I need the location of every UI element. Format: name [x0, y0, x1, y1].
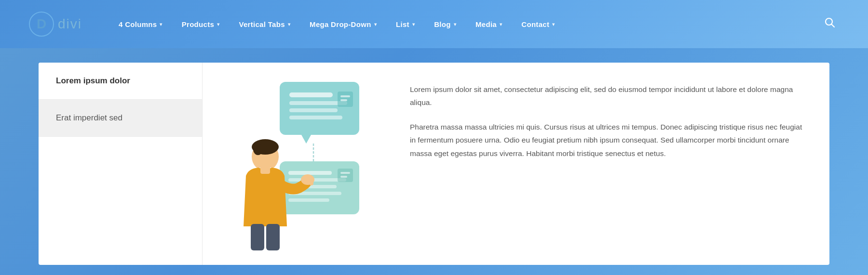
- svg-rect-9: [340, 99, 347, 101]
- main-nav: 4 Columns ▾ Products ▾ Vertical Tabs ▾ M…: [111, 16, 821, 32]
- nav-item-blog[interactable]: Blog ▾: [426, 16, 464, 32]
- nav-item-media[interactable]: Media ▾: [468, 16, 510, 32]
- search-button[interactable]: [821, 13, 839, 35]
- svg-rect-26: [310, 176, 313, 185]
- right-paragraph-2: Pharetra massa massa ultricies mi quis. …: [410, 120, 805, 159]
- nav-item-mega-dropdown[interactable]: Mega Drop-Down ▾: [302, 16, 384, 32]
- left-panel: Lorem ipsum dolor Erat imperdiet sed: [39, 63, 203, 265]
- nav-item-list[interactable]: List ▾: [388, 16, 422, 32]
- left-item-1[interactable]: Lorem ipsum dolor: [39, 63, 202, 100]
- nav-item-4columns[interactable]: 4 Columns ▾: [111, 16, 170, 32]
- svg-rect-27: [260, 166, 270, 174]
- main-content: Lorem ipsum dolor Erat imperdiet sed: [0, 48, 868, 275]
- illustration: [217, 72, 371, 255]
- center-illustration-panel: [203, 63, 386, 265]
- svg-rect-28: [251, 224, 264, 250]
- svg-rect-8: [340, 95, 350, 97]
- chevron-down-icon: ▾: [412, 22, 415, 27]
- chevron-down-icon: ▾: [454, 22, 456, 27]
- svg-point-23: [253, 144, 263, 155]
- right-text-panel: Lorem ipsum dolor sit amet, consectetur …: [386, 63, 829, 265]
- svg-rect-3: [289, 92, 333, 97]
- nav-item-contact[interactable]: Contact ▾: [514, 16, 562, 32]
- content-card: Lorem ipsum dolor Erat imperdiet sed: [39, 63, 829, 265]
- logo[interactable]: D divi: [29, 12, 82, 37]
- logo-name: divi: [58, 16, 82, 32]
- chevron-down-icon: ▾: [160, 22, 162, 27]
- svg-rect-17: [288, 198, 329, 202]
- left-item-2[interactable]: Erat imperdiet sed: [39, 100, 202, 137]
- svg-rect-20: [340, 176, 347, 178]
- svg-rect-18: [338, 169, 353, 182]
- svg-rect-6: [289, 116, 342, 119]
- chevron-down-icon: ▾: [217, 22, 219, 27]
- svg-rect-5: [289, 108, 338, 112]
- nav-item-products[interactable]: Products ▾: [174, 16, 228, 32]
- svg-line-1: [832, 25, 835, 27]
- right-paragraph-1: Lorem ipsum dolor sit amet, consectetur …: [410, 83, 805, 109]
- chevron-down-icon: ▾: [288, 22, 290, 27]
- svg-rect-13: [288, 171, 332, 175]
- chevron-down-icon: ▾: [552, 22, 555, 27]
- logo-icon: D: [29, 12, 54, 37]
- chevron-down-icon: ▾: [374, 22, 377, 27]
- svg-marker-10: [301, 135, 311, 144]
- site-header: D divi 4 Columns ▾ Products ▾ Vertical T…: [0, 0, 868, 48]
- logo-letter: D: [37, 16, 46, 32]
- chevron-down-icon: ▾: [500, 22, 502, 27]
- svg-rect-29: [266, 224, 280, 250]
- svg-rect-19: [340, 172, 350, 174]
- nav-item-vertical-tabs[interactable]: Vertical Tabs ▾: [231, 16, 298, 32]
